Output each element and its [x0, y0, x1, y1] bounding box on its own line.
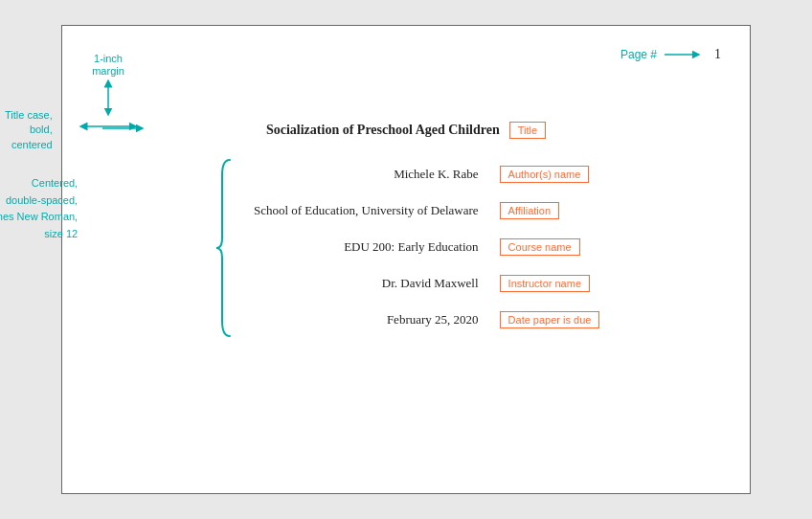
title-label-box: Title — [509, 122, 546, 139]
entry-label-box: Affiliation — [500, 202, 559, 219]
entry-text: Michele K. Rabe — [241, 167, 490, 182]
curly-bracket-icon — [213, 156, 234, 340]
entry-text: EDU 200: Early Education — [241, 239, 490, 255]
entry-row: Michele K. RabeAuthor(s) name — [241, 156, 600, 192]
entry-row: February 25, 2020Date paper is due — [241, 302, 600, 338]
title-ann-line3: centered — [11, 139, 53, 150]
entry-label-box: Instructor name — [500, 275, 590, 292]
center-annotation: Centered, double-spaced, Times New Roman… — [0, 175, 78, 242]
center-ann-line4: size 12 — [44, 228, 78, 239]
title-ann-line1: Title case, — [5, 109, 53, 121]
entry-row: School of Education, University of Delaw… — [241, 192, 600, 229]
page-hash-label: Page # — [620, 48, 657, 61]
page: 1-inch margin — [61, 25, 751, 494]
entry-row: EDU 200: Early EducationCourse name — [241, 229, 600, 265]
entry-label-box: Course name — [500, 238, 580, 256]
entry-row: Dr. David MaxwellInstructor name — [241, 265, 600, 302]
vertical-arrow-icon — [100, 79, 117, 116]
page-arrow-icon — [663, 48, 705, 61]
entry-label-box: Date paper is due — [500, 311, 600, 328]
page-number: 1 — [714, 47, 721, 62]
margin-label: 1-inch margin — [92, 53, 124, 78]
title-ann-line2: bold, — [30, 124, 53, 135]
center-ann-line3: Times New Roman, — [0, 211, 78, 222]
entry-text: Dr. David Maxwell — [241, 276, 490, 291]
center-ann-line2: double-spaced, — [6, 194, 78, 206]
title-arrow-icon — [101, 122, 148, 139]
entry-text: School of Education, University of Delaw… — [241, 203, 490, 218]
center-block-area: Centered, double-spaced, Times New Roman… — [110, 156, 702, 340]
bracket-container: Michele K. RabeAuthor(s) nameSchool of E… — [213, 156, 600, 340]
page-number-area: Page # 1 — [620, 47, 721, 62]
entry-text: February 25, 2020 — [241, 312, 490, 327]
entry-label-box: Author(s) name — [500, 166, 590, 183]
title-area: Title case, bold, centered Socialization… — [110, 122, 702, 139]
title-annotation: Title case, bold, centered — [5, 108, 53, 152]
paper-title: Socialization of Preschool Aged Children — [266, 123, 500, 138]
center-ann-line1: Centered, — [32, 177, 78, 189]
entries-list: Michele K. RabeAuthor(s) nameSchool of E… — [241, 156, 600, 340]
